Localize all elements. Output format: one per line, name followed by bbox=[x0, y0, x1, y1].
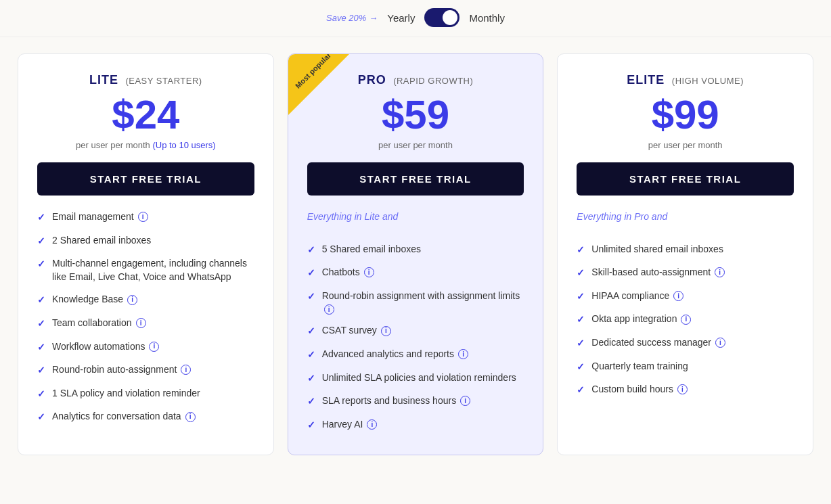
check-icon: ✓ bbox=[577, 313, 585, 327]
info-icon[interactable]: i bbox=[185, 412, 196, 422]
most-popular-badge: Most popular bbox=[288, 54, 349, 115]
feature-item: ✓ Multi-channel engagement, including ch… bbox=[37, 257, 254, 283]
plan-card-elite: ELITE (HIGH VOLUME) $99 per user per mon… bbox=[557, 53, 813, 455]
plan-price-elite: $99 bbox=[577, 93, 794, 137]
info-icon[interactable]: i bbox=[715, 267, 725, 277]
check-icon: ✓ bbox=[577, 384, 585, 397]
everything-in-text-elite: Everything in Pro and bbox=[577, 210, 667, 224]
check-icon: ✓ bbox=[577, 290, 585, 304]
info-icon[interactable]: i bbox=[458, 349, 468, 359]
toggle-knob bbox=[443, 10, 457, 25]
plan-period-elite: per user per month bbox=[577, 140, 794, 150]
features-list-pro: Everything in Lite and ✓ 5 Shared email … bbox=[307, 210, 524, 432]
check-icon: ✓ bbox=[307, 419, 315, 432]
feature-item: ✓ CSAT survey i bbox=[307, 324, 524, 338]
check-icon: ✓ bbox=[37, 211, 45, 225]
plan-subtitle-elite: (HIGH VOLUME) bbox=[672, 76, 744, 86]
feature-label: Okta app integration i bbox=[591, 313, 691, 326]
check-icon: ✓ bbox=[577, 244, 585, 257]
save-arrow: → bbox=[369, 13, 378, 23]
feature-label: Email management i bbox=[52, 210, 148, 224]
check-icon: ✓ bbox=[37, 388, 45, 401]
feature-label: Round-robin auto-assignment i bbox=[52, 363, 191, 377]
info-icon[interactable]: i bbox=[324, 304, 334, 315]
check-icon: ✓ bbox=[307, 244, 315, 257]
feature-item: ✓ Harvey AI i bbox=[307, 418, 524, 432]
features-list-elite: Everything in Pro and ✓ Unlimited shared… bbox=[577, 210, 794, 397]
info-icon[interactable]: i bbox=[181, 365, 191, 375]
check-icon: ✓ bbox=[37, 341, 45, 354]
billing-toggle[interactable] bbox=[424, 8, 459, 27]
plan-card-pro: Most popular PRO (RAPID GROWTH) $59 per … bbox=[288, 53, 544, 455]
info-icon[interactable]: i bbox=[136, 318, 146, 328]
check-icon: ✓ bbox=[307, 372, 315, 386]
feature-item: ✓ Custom build hours i bbox=[577, 383, 794, 397]
feature-item: ✓ Skill-based auto-assignment i bbox=[577, 266, 794, 280]
info-icon[interactable]: i bbox=[364, 267, 374, 277]
feature-item: ✓ Round-robin assignment with assignment… bbox=[307, 290, 524, 315]
plan-header-elite: ELITE (HIGH VOLUME) bbox=[577, 73, 794, 87]
feature-item: ✓ Email management i bbox=[37, 210, 254, 225]
info-icon[interactable]: i bbox=[149, 342, 159, 352]
feature-item: ✓ Okta app integration i bbox=[577, 313, 794, 327]
check-icon: ✓ bbox=[307, 395, 315, 409]
plan-subtitle-lite: (EASY STARTER) bbox=[125, 76, 202, 86]
feature-item: ✓ Dedicated success manager i bbox=[577, 336, 794, 350]
feature-item: ✓ Round-robin auto-assignment i bbox=[37, 363, 254, 377]
plan-name-lite: LITE bbox=[89, 73, 118, 87]
feature-item: ✓ Team collaboration i bbox=[37, 317, 254, 331]
feature-label: 2 Shared email inboxes bbox=[52, 234, 151, 248]
everything-in-elite: Everything in Pro and bbox=[577, 210, 794, 233]
check-icon: ✓ bbox=[577, 337, 585, 350]
info-icon[interactable]: i bbox=[138, 212, 148, 222]
save-text: Save 20% bbox=[326, 13, 366, 23]
monthly-label: Monthly bbox=[469, 12, 505, 24]
feature-item: ✓ Analytics for conversation data i bbox=[37, 410, 254, 424]
feature-label: SLA reports and business hours i bbox=[322, 394, 470, 408]
check-icon: ✓ bbox=[37, 294, 45, 307]
info-icon[interactable]: i bbox=[127, 295, 137, 305]
check-icon: ✓ bbox=[37, 235, 45, 248]
feature-item: ✓ 1 SLA policy and violation reminder bbox=[37, 387, 254, 401]
feature-label: Dedicated success manager i bbox=[591, 336, 725, 350]
cta-button-lite[interactable]: START FREE TRIAL bbox=[37, 162, 254, 196]
plan-price-lite: $24 bbox=[37, 93, 254, 137]
plan-card-lite: LITE (EASY STARTER) $24 per user per mon… bbox=[18, 53, 274, 455]
feature-label: HIPAA compliance i bbox=[591, 290, 683, 303]
feature-item: ✓ Advanced analytics and reports i bbox=[307, 348, 524, 362]
feature-label: 1 SLA policy and violation reminder bbox=[52, 387, 200, 400]
plans-container: LITE (EASY STARTER) $24 per user per mon… bbox=[0, 37, 831, 455]
feature-label: Chatbots i bbox=[322, 266, 374, 279]
plan-name-pro: PRO bbox=[358, 73, 386, 87]
feature-label: CSAT survey i bbox=[322, 324, 391, 338]
feature-item: ✓ Workflow automations i bbox=[37, 340, 254, 354]
check-icon: ✓ bbox=[307, 290, 315, 304]
feature-item: ✓ 2 Shared email inboxes bbox=[37, 234, 254, 248]
cta-button-elite[interactable]: START FREE TRIAL bbox=[577, 162, 794, 196]
info-icon[interactable]: i bbox=[381, 326, 391, 336]
plan-period-pro: per user per month bbox=[307, 140, 524, 150]
info-icon[interactable]: i bbox=[460, 396, 470, 406]
info-icon[interactable]: i bbox=[673, 291, 683, 301]
check-icon: ✓ bbox=[37, 258, 45, 271]
feature-label: Harvey AI i bbox=[322, 418, 378, 432]
save-badge: Save 20% → bbox=[326, 13, 378, 23]
check-icon: ✓ bbox=[577, 361, 585, 374]
feature-label: Analytics for conversation data i bbox=[52, 410, 196, 423]
info-icon[interactable]: i bbox=[681, 315, 691, 325]
check-icon: ✓ bbox=[37, 411, 45, 424]
check-icon: ✓ bbox=[307, 325, 315, 338]
feature-item: ✓ SLA reports and business hours i bbox=[307, 394, 524, 409]
feature-item: ✓ Chatbots i bbox=[307, 266, 524, 280]
feature-label: Unlimited shared email inboxes bbox=[591, 243, 723, 256]
most-popular-text: Most popular bbox=[293, 54, 333, 91]
info-icon[interactable]: i bbox=[715, 338, 725, 348]
billing-toggle-bar: Save 20% → Yearly Monthly bbox=[0, 0, 831, 37]
info-icon[interactable]: i bbox=[677, 384, 688, 394]
feature-label: Skill-based auto-assignment i bbox=[591, 266, 725, 279]
feature-label: Custom build hours i bbox=[591, 383, 688, 396]
everything-in-pro: Everything in Lite and bbox=[307, 210, 524, 233]
feature-item: ✓ 5 Shared email inboxes bbox=[307, 243, 524, 257]
info-icon[interactable]: i bbox=[367, 419, 377, 430]
cta-button-pro[interactable]: START FREE TRIAL bbox=[307, 162, 524, 196]
